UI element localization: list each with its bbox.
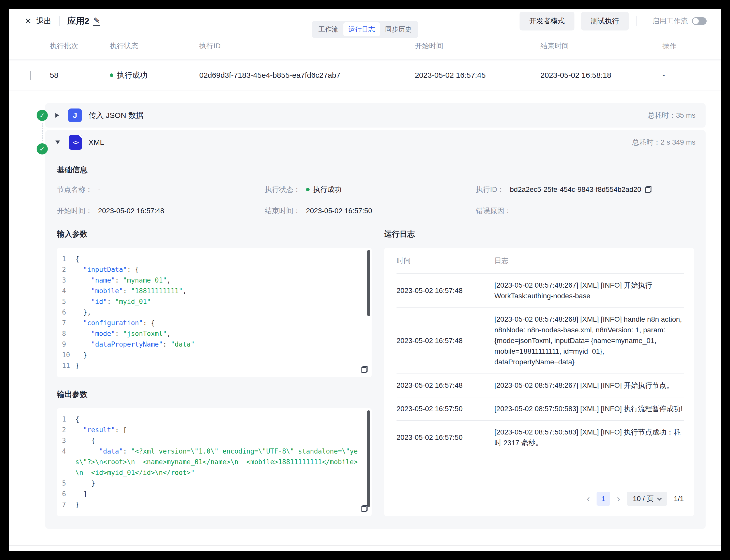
field-exec-status: 执行状态： 执行成功 [265, 185, 476, 194]
enable-workflow-label: 启用工作流 [652, 16, 688, 26]
success-check-icon: ✓ [37, 110, 48, 121]
json-file-icon: J [68, 108, 82, 122]
node-header[interactable]: <> XML 总耗时：2 s 349 ms [45, 130, 706, 154]
log-row: 2023-05-02 16:57:48[2023-05-02 08:57:48:… [397, 274, 684, 308]
log-time: 2023-05-02 16:57:48 [397, 287, 494, 295]
code-line: 7 "configuration": { [62, 318, 361, 328]
row-action: - [662, 71, 721, 80]
page-total: 1/1 [674, 495, 684, 503]
timeline-connector [42, 123, 43, 141]
log-time: 2023-05-02 16:57:50 [397, 433, 494, 442]
next-page-icon[interactable]: › [617, 494, 620, 504]
log-time: 2023-05-02 16:57:48 [397, 337, 494, 345]
field-start-time: 开始时间： 2023-05-02 16:57:48 [57, 206, 265, 216]
node-card-json-input[interactable]: J 传入 JSON 数据 总耗时：35 ms [45, 103, 706, 128]
copy-icon[interactable] [361, 505, 368, 512]
app-window: ✕ 退出 应用2 ✎ 工作流运行日志同步历史 开发者模式 测试执行 启用工作流 … [9, 9, 721, 551]
enable-workflow-toggle[interactable] [692, 17, 707, 25]
page-number-button[interactable]: 1 [597, 492, 610, 506]
success-check-icon: ✓ [37, 143, 48, 154]
collapse-node-icon[interactable] [55, 141, 60, 144]
node-detail: 基础信息 节点名称： - 执行状态： 执行成功 执行ID： bd2a2ec5-2… [45, 165, 706, 529]
copy-icon[interactable] [645, 186, 651, 193]
tab[interactable]: 运行日志 [343, 22, 380, 36]
params-column: 输入参数 1{2 "inputData": {3 "name": "myname… [57, 229, 372, 516]
xml-file-icon: <> [69, 135, 82, 150]
exit-label[interactable]: 退出 [36, 16, 52, 26]
scrollbar[interactable] [367, 410, 371, 507]
code-line: 6 ] [62, 489, 361, 499]
footer-divider [9, 545, 721, 546]
column-header: 执行ID [199, 41, 415, 51]
close-icon[interactable]: ✕ [24, 17, 32, 25]
code-line: 7} [62, 499, 361, 510]
column-header: 操作 [662, 41, 721, 51]
page-size-select[interactable]: 10 / 页 [627, 492, 667, 506]
code-line: 10 } [62, 350, 361, 360]
code-line: 11} [62, 360, 361, 371]
node-duration: 总耗时：2 s 349 ms [632, 137, 695, 147]
code-line: 8 "mode": "jsonToxml", [62, 328, 361, 339]
column-header: 执行批次 [50, 41, 110, 51]
column-header-time: 时间 [397, 256, 494, 266]
code-line: 4 "data": "<?xml version=\"1.0\" encodin… [62, 446, 361, 478]
output-params-title: 输出参数 [57, 389, 372, 400]
log-message: [2023-05-02 08:57:50:583] [XML] [INFO] 执… [494, 427, 684, 448]
exit-button[interactable]: ✕ 退出 [24, 16, 52, 26]
execution-id: 02d69d3f-7183-45e4-b855-ea7fd6c27ab7 [199, 71, 415, 80]
code-line: 2 "result": [ [62, 425, 361, 435]
log-row: 2023-05-02 16:57:50[2023-05-02 08:57:50:… [397, 397, 684, 421]
top-bar: ✕ 退出 应用2 ✎ 工作流运行日志同步历史 开发者模式 测试执行 启用工作流 [9, 9, 721, 33]
chevron-down-icon [657, 496, 662, 500]
divider [637, 16, 637, 26]
log-message: [2023-05-02 08:57:48:267] [XML] [INFO] 开… [494, 380, 674, 391]
node-card-xml: <> XML 总耗时：2 s 349 ms 基础信息 节点名称： - 执行状态： [45, 130, 706, 529]
edit-title-icon[interactable]: ✎ [93, 17, 100, 26]
node-timeline: ✓ ✓ J 传入 JSON 数据 总耗时：35 ms <> XML 总耗时：2 … [9, 103, 721, 529]
prev-page-icon[interactable]: ‹ [587, 494, 590, 504]
copy-icon[interactable] [361, 366, 368, 373]
pagination: ‹ 1 › 10 / 页 1/1 [397, 492, 684, 509]
log-time: 2023-05-02 16:57:48 [397, 381, 494, 390]
field-error-reason: 错误原因： [476, 206, 694, 216]
test-run-button[interactable]: 测试执行 [581, 12, 629, 30]
code-line: 3 { [62, 435, 361, 446]
code-line: 5 } [62, 478, 361, 489]
log-message: [2023-05-02 08:57:48:267] [XML] [INFO] 开… [494, 280, 684, 301]
column-header: 开始时间 [415, 41, 540, 51]
scrollbar[interactable] [367, 250, 371, 316]
expand-node-icon[interactable] [55, 113, 59, 118]
batch-number: 58 [50, 71, 110, 80]
log-message: [2023-05-02 08:57:50:583] [XML] [INFO] 执… [494, 403, 683, 414]
column-header: 执行状态 [110, 41, 199, 51]
column-header: 结束时间 [540, 41, 662, 51]
start-time: 2023-05-02 16:57:45 [415, 71, 540, 80]
column-header-log: 日志 [494, 256, 509, 266]
log-row: 2023-05-02 16:57:48[2023-05-02 08:57:48:… [397, 308, 684, 374]
log-row: 2023-05-02 16:57:48[2023-05-02 08:57:48:… [397, 374, 684, 397]
code-line: 9 "dataPropertyName": "data" [62, 339, 361, 350]
field-exec-id: 执行ID： bd2a2ec5-25fe-454c-9843-f8d554b2ad… [476, 185, 694, 194]
node-name: XML [88, 138, 104, 147]
code-line: 6 }, [62, 307, 361, 318]
collapse-row-icon[interactable] [30, 71, 30, 80]
view-tabs: 工作流运行日志同步历史 [312, 21, 418, 38]
input-params-code[interactable]: 1{2 "inputData": {3 "name": "myname_01",… [57, 248, 372, 377]
input-code-lines: 1{2 "inputData": {3 "name": "myname_01",… [62, 254, 361, 371]
basic-info-row-2: 开始时间： 2023-05-02 16:57:48 结束时间： 2023-05-… [57, 206, 694, 216]
table-row[interactable]: 58 执行成功 02d69d3f-7183-45e4-b855-ea7fd6c2… [9, 60, 721, 90]
developer-mode-button[interactable]: 开发者模式 [520, 12, 575, 30]
tab[interactable]: 同步历史 [380, 22, 417, 36]
success-dot-icon [306, 188, 309, 191]
code-line: 1{ [62, 254, 361, 264]
tab[interactable]: 工作流 [313, 22, 343, 36]
basic-info-row-1: 节点名称： - 执行状态： 执行成功 执行ID： bd2a2ec5-25fe-4… [57, 185, 694, 194]
code-line: 4 "mobile": "18811111111", [62, 286, 361, 296]
code-line: 3 "name": "myname_01", [62, 275, 361, 286]
log-message: [2023-05-02 08:57:48:268] [XML] [INFO] h… [494, 314, 684, 367]
field-end-time: 结束时间： 2023-05-02 16:57:50 [265, 206, 476, 216]
success-dot-icon [110, 73, 113, 77]
top-bar-actions: 开发者模式 测试执行 启用工作流 [520, 12, 707, 30]
output-params-code[interactable]: 1{2 "result": [3 {4 "data": "<?xml versi… [57, 408, 372, 516]
run-log-title: 运行日志 [384, 229, 694, 239]
